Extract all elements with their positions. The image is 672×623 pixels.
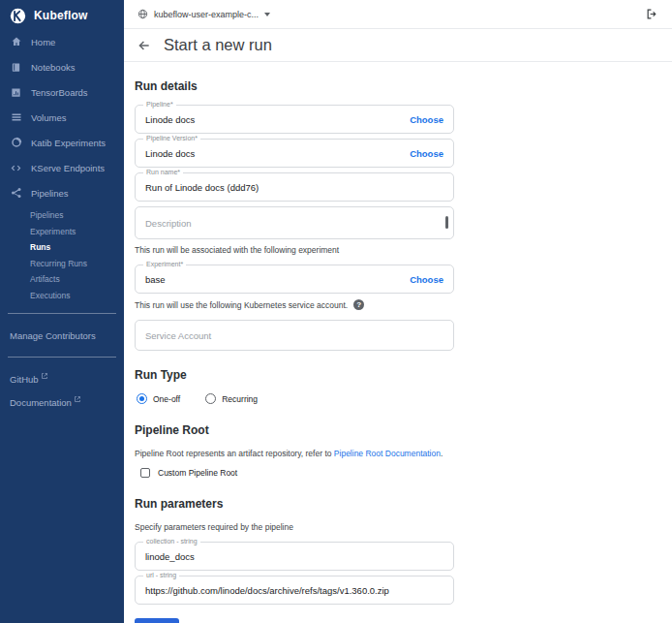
pipelines-icon	[10, 187, 22, 200]
sidebar-item-volumes[interactable]: Volumes	[0, 105, 124, 130]
description-field[interactable]: Description	[135, 206, 454, 239]
github-link[interactable]: GitHub	[0, 367, 124, 390]
custom-pipeline-root-label: Custom Pipeline Root	[158, 468, 237, 478]
param-url-field[interactable]: url - string https://github.com/linode/d…	[135, 576, 454, 605]
run-name-field[interactable]: Run name* Run of Linode docs (ddd76)	[135, 172, 454, 202]
sidebar-item-label: TensorBoards	[31, 87, 88, 98]
app-title: Kubeflow	[34, 9, 88, 22]
endpoints-icon	[10, 162, 22, 174]
help-icon[interactable]: ?	[353, 299, 364, 310]
sidebar-divider	[8, 357, 116, 358]
pipeline-version-choose-button[interactable]: Choose	[410, 148, 443, 159]
volumes-icon	[10, 111, 22, 124]
external-link-icon	[42, 373, 47, 379]
start-button[interactable]: Start	[135, 618, 179, 623]
service-account-field[interactable]: Service Account	[135, 320, 454, 351]
sidebar-item-label: Katib Experiments	[31, 138, 106, 148]
experiment-field[interactable]: Experiment* base Choose	[135, 265, 454, 294]
pipelines-subnav: Pipelines Experiments Runs Recurring Run…	[0, 207, 124, 303]
back-button[interactable]	[137, 39, 151, 52]
experiment-field-value: base	[145, 274, 402, 285]
namespace-selector[interactable]: kubeflow-user-example-c...	[137, 9, 270, 19]
sidebar-item-katib-experiments[interactable]: Katib Experiments	[0, 130, 124, 155]
sidebar-item-label: Volumes	[31, 112, 66, 123]
radio-recurring-label: Recurring	[222, 394, 258, 404]
param-collection-value: linode_docs	[145, 551, 443, 562]
run-type-options: One-off Recurring	[137, 393, 454, 404]
radio-selected-icon	[137, 393, 147, 404]
subnav-item-artifacts[interactable]: Artifacts	[0, 271, 124, 288]
experiment-choose-button[interactable]: Choose	[410, 274, 443, 285]
subnav-item-executions[interactable]: Executions	[0, 288, 124, 304]
radio-one-off[interactable]: One-off	[137, 393, 180, 404]
pipeline-root-text: Pipeline Root represents an artifact rep…	[135, 449, 334, 458]
notebook-icon	[10, 61, 22, 74]
sidebar-item-kserve-endpoints[interactable]: KServe Endpoints	[0, 155, 124, 180]
experiment-note: This run will be associated with the fol…	[135, 245, 454, 255]
globe-icon	[137, 9, 148, 19]
subnav-label: Experiments	[30, 227, 76, 236]
manage-contributors-label: Manage Contributors	[10, 330, 96, 341]
documentation-label: Documentation	[10, 397, 72, 408]
external-link-icon	[75, 396, 80, 402]
sidebar-item-label: KServe Endpoints	[31, 163, 105, 173]
chevron-down-icon	[264, 13, 270, 16]
subnav-item-pipelines[interactable]: Pipelines	[0, 207, 124, 224]
radio-one-off-label: One-off	[153, 394, 180, 404]
pipeline-field[interactable]: Pipeline* Linode docs Choose	[135, 105, 454, 134]
subnav-item-experiments[interactable]: Experiments	[0, 224, 124, 240]
sidebar: Kubeflow Home Notebooks TensorBoards	[0, 0, 124, 623]
pipeline-field-label: Pipeline*	[143, 101, 176, 108]
service-account-note-text: This run will use the following Kubernet…	[135, 300, 348, 310]
subnav-item-recurring-runs[interactable]: Recurring Runs	[0, 256, 124, 272]
run-type-heading: Run Type	[135, 368, 454, 382]
sidebar-nav: Home Notebooks TensorBoards Volumes	[0, 29, 124, 414]
github-label: GitHub	[10, 374, 39, 385]
pipeline-version-field-value: Linode docs	[145, 148, 402, 159]
home-icon	[10, 36, 22, 48]
run-name-field-label: Run name*	[143, 169, 183, 175]
sidebar-item-tensorboards[interactable]: TensorBoards	[0, 79, 124, 105]
resize-handle[interactable]	[445, 216, 448, 229]
pipeline-root-text-end: .	[441, 449, 443, 458]
subnav-label: Runs	[30, 242, 50, 252]
logout-button[interactable]	[646, 8, 658, 20]
custom-pipeline-root-checkbox-row[interactable]: Custom Pipeline Root	[140, 468, 454, 478]
sidebar-item-label: Home	[31, 37, 55, 47]
subnav-label: Executions	[30, 291, 71, 300]
checkbox-unchecked-icon[interactable]	[140, 468, 150, 478]
service-account-note: This run will use the following Kubernet…	[135, 299, 454, 310]
page-header: Start a new run	[124, 29, 672, 62]
pipeline-root-heading: Pipeline Root	[135, 423, 454, 437]
experiment-field-label: Experiment*	[143, 261, 186, 267]
page-title: Start a new run	[164, 36, 272, 54]
pipeline-version-field[interactable]: Pipeline Version* Linode docs Choose	[135, 139, 454, 168]
param-url-label: url - string	[143, 572, 179, 578]
param-url-value: https://github.com/linode/docs/archive/r…	[145, 585, 443, 596]
run-parameters-heading: Run parameters	[135, 497, 454, 511]
pipeline-root-doc-link[interactable]: Pipeline Root Documentation	[334, 449, 441, 458]
form-actions: Start Cancel	[135, 618, 454, 623]
pipeline-choose-button[interactable]: Choose	[410, 114, 443, 125]
kubeflow-logo: Kubeflow	[0, 0, 124, 29]
logout-icon	[646, 8, 658, 20]
sidebar-item-home[interactable]: Home	[0, 29, 124, 54]
pipeline-field-value: Linode docs	[145, 114, 402, 125]
radio-recurring[interactable]: Recurring	[205, 393, 258, 404]
run-parameters-note: Specify parameters required by the pipel…	[135, 522, 454, 532]
sidebar-divider	[8, 313, 116, 314]
sidebar-item-label: Notebooks	[31, 62, 75, 73]
documentation-link[interactable]: Documentation	[0, 390, 124, 414]
subnav-item-runs-active[interactable]: Runs	[0, 239, 124, 256]
sidebar-item-pipelines[interactable]: Pipelines	[0, 180, 124, 205]
run-name-field-value: Run of Linode docs (ddd76)	[145, 182, 443, 193]
radio-unselected-icon	[205, 393, 216, 404]
sidebar-item-notebooks[interactable]: Notebooks	[0, 54, 124, 79]
param-collection-field[interactable]: collection - string linode_docs	[135, 542, 454, 571]
service-account-placeholder: Service Account	[145, 330, 443, 341]
tensorboard-icon	[10, 86, 22, 99]
namespace-label: kubeflow-user-example-c...	[154, 10, 259, 19]
manage-contributors-link[interactable]: Manage Contributors	[0, 324, 124, 347]
pipeline-root-description: Pipeline Root represents an artifact rep…	[135, 449, 454, 458]
subnav-label: Pipelines	[30, 210, 64, 220]
